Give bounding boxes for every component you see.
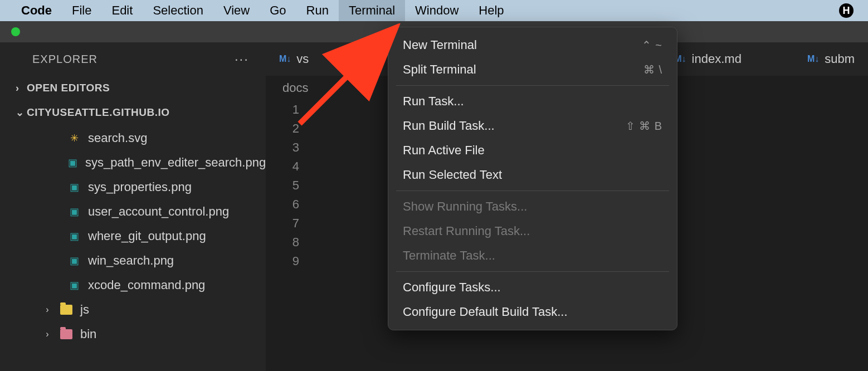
chevron-right-icon: ›	[42, 305, 52, 315]
file-name: where_git_output.png	[88, 229, 206, 243]
menu-edit[interactable]: Edit	[101, 0, 143, 21]
menu-item-run-selected-text[interactable]: Run Selected Text	[388, 163, 677, 187]
menu-item-configure-tasks[interactable]: Configure Tasks...	[388, 275, 677, 300]
markdown-icon: M↓	[279, 54, 291, 64]
menu-go[interactable]: Go	[260, 0, 296, 21]
line-number: 2	[282, 119, 299, 138]
image-file-icon: ▣	[68, 255, 80, 267]
line-number: 7	[282, 214, 299, 233]
traffic-light-green[interactable]	[11, 27, 20, 36]
shortcut: ⌃ ~	[642, 38, 662, 52]
image-file-icon: ▣	[68, 157, 77, 169]
menu-selection[interactable]: Selection	[143, 0, 213, 21]
menu-item-label: Terminate Task...	[403, 248, 495, 263]
file-name: sys_properties.png	[88, 180, 192, 194]
menu-window[interactable]: Window	[405, 0, 469, 21]
menu-item-label: Split Terminal	[403, 62, 476, 77]
explorer-sidebar: EXPLORER ··· › OPEN EDITORS ⌄ CITYUSEATT…	[0, 42, 266, 371]
line-number: 1	[282, 100, 299, 119]
menu-item-new-terminal[interactable]: New Terminal⌃ ~	[388, 33, 677, 57]
mac-menubar: Code File Edit Selection View Go Run Ter…	[0, 0, 868, 21]
menu-separator	[396, 85, 669, 86]
file-name: sys_path_env_editer_search.png	[85, 155, 266, 170]
explorer-more-icon[interactable]: ···	[235, 51, 249, 67]
image-file-icon: ▣	[68, 181, 80, 193]
folder-name: js	[80, 302, 89, 317]
folder-name: bin	[80, 327, 96, 341]
line-gutter: 1 2 3 4 5 6 7 8 9	[282, 100, 299, 271]
menu-item-label: Configure Default Build Task...	[403, 305, 568, 319]
tab-label: subm	[825, 52, 855, 66]
file-tree: ✳search.svg ▣sys_path_env_editer_search.…	[0, 125, 266, 346]
markdown-icon: M↓	[807, 54, 819, 64]
menu-item-label: New Terminal	[403, 38, 477, 52]
menu-view[interactable]: View	[213, 0, 260, 21]
menu-separator	[396, 191, 669, 191]
folder-icon	[60, 305, 72, 315]
menu-item-label: Configure Tasks...	[403, 280, 501, 295]
tab-label: vs	[296, 52, 309, 66]
menu-item-run-build-task[interactable]: Run Build Task...⇧ ⌘ B	[388, 114, 677, 138]
shortcut: ⇧ ⌘ B	[626, 119, 662, 133]
file-name: xcode_command.png	[88, 278, 205, 292]
file-row[interactable]: ▣user_account_control.png	[0, 199, 266, 224]
menu-item-run-active-file[interactable]: Run Active File	[388, 138, 677, 163]
folder-icon	[60, 329, 72, 339]
menu-item-split-terminal[interactable]: Split Terminal⌘ \	[388, 57, 677, 82]
file-name: user_account_control.png	[88, 204, 229, 219]
folder-row[interactable]: ›js	[0, 297, 266, 322]
explorer-title: EXPLORER	[32, 53, 97, 66]
file-name: win_search.png	[88, 253, 174, 268]
image-file-icon: ▣	[68, 279, 80, 291]
line-number: 4	[282, 157, 299, 176]
menu-file[interactable]: File	[62, 0, 101, 21]
chevron-right-icon: ›	[16, 82, 27, 94]
chevron-right-icon: ›	[42, 329, 52, 339]
menu-item-label: Run Selected Text	[403, 168, 502, 182]
svg-file-icon: ✳	[68, 132, 80, 144]
section-open-editors[interactable]: › OPEN EDITORS	[0, 76, 266, 100]
menu-item-label: Run Build Task...	[403, 119, 495, 133]
line-number: 6	[282, 195, 299, 214]
menu-item-run-task[interactable]: Run Task...	[388, 89, 677, 114]
app-menu[interactable]: Code	[11, 0, 62, 21]
file-row[interactable]: ✳search.svg	[0, 126, 266, 150]
menu-run[interactable]: Run	[296, 0, 339, 21]
menu-item-configure-default-build-task[interactable]: Configure Default Build Task...	[388, 300, 677, 324]
tab-partial-left[interactable]: M↓vs	[266, 42, 322, 76]
status-menu-icon[interactable]: H	[839, 3, 854, 18]
file-row[interactable]: ▣sys_path_env_editer_search.png	[0, 150, 266, 175]
section-label: OPEN EDITORS	[27, 82, 110, 94]
file-row[interactable]: ▣xcode_command.png	[0, 273, 266, 297]
menu-help[interactable]: Help	[469, 0, 514, 21]
line-number: 5	[282, 176, 299, 195]
chevron-down-icon: ⌄	[16, 106, 27, 119]
folder-row[interactable]: ›bin	[0, 322, 266, 346]
menu-terminal[interactable]: Terminal	[339, 0, 405, 21]
file-name: search.svg	[88, 131, 147, 145]
tab-subm[interactable]: M↓subm	[794, 42, 868, 76]
tab-label: index.md	[692, 52, 742, 66]
image-file-icon: ▣	[68, 230, 80, 242]
line-number: 8	[282, 233, 299, 252]
menu-item-label: Run Task...	[403, 94, 464, 109]
menu-item-label: Run Active File	[403, 143, 485, 158]
file-row[interactable]: ▣where_git_output.png	[0, 224, 266, 248]
image-file-icon: ▣	[68, 206, 80, 218]
file-row[interactable]: ▣sys_properties.png	[0, 175, 266, 199]
line-number: 9	[282, 252, 299, 271]
menu-item-terminate-task: Terminate Task...	[388, 243, 677, 268]
menu-item-restart-running-task: Restart Running Task...	[388, 219, 677, 243]
menu-item-label: Show Running Tasks...	[403, 199, 527, 214]
terminal-menu-dropdown: New Terminal⌃ ~ Split Terminal⌘ \ Run Ta…	[388, 27, 677, 330]
menu-separator	[396, 271, 669, 272]
menu-item-show-running-tasks: Show Running Tasks...	[388, 194, 677, 219]
file-row[interactable]: ▣win_search.png	[0, 248, 266, 273]
shortcut: ⌘ \	[643, 63, 662, 76]
line-number: 3	[282, 138, 299, 157]
menu-item-label: Restart Running Task...	[403, 224, 530, 238]
section-label: CITYUSEATTLE.GITHUB.IO	[27, 106, 170, 119]
section-repo[interactable]: ⌄ CITYUSEATTLE.GITHUB.IO	[0, 100, 266, 125]
